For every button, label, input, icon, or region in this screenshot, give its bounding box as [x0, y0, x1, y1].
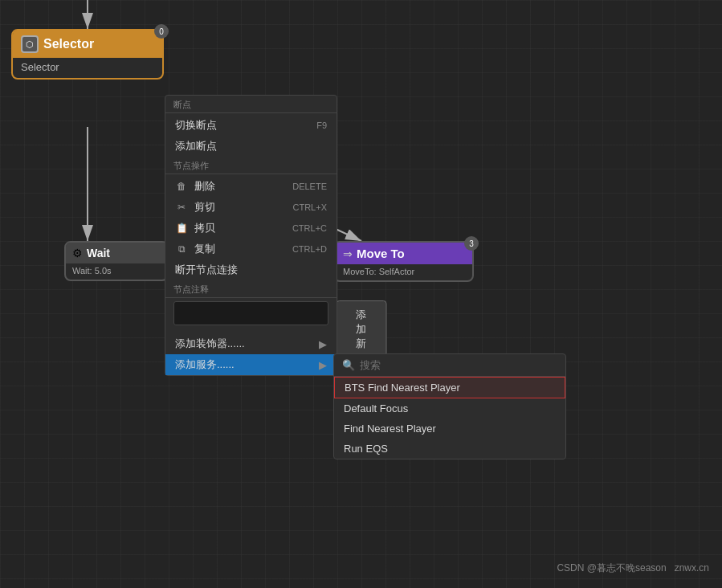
service-item-bts[interactable]: BTS Find Nearest Player	[334, 377, 565, 398]
cut-icon: ✂	[175, 202, 188, 213]
add-service-item[interactable]: 添加服务...... ▶	[165, 354, 337, 375]
toggle-breakpoint-shortcut: F9	[316, 120, 327, 130]
duplicate-item[interactable]: ⧉ 复制 CTRL+D	[165, 239, 337, 259]
section-node-ops: 节点操作	[165, 157, 337, 174]
selector-icon: ⬡	[21, 35, 39, 53]
copy-icon: 📋	[175, 223, 188, 234]
selector-node-header: ⬡ Selector	[13, 31, 162, 58]
service-label-bts: BTS Find Nearest Player	[345, 382, 460, 394]
delete-icon: 🗑	[175, 181, 188, 192]
wait-node-title: Wait	[87, 247, 110, 259]
cut-label: 剪切	[194, 200, 287, 214]
add-decorator-item[interactable]: 添加装饰器...... ▶	[165, 333, 337, 354]
moveto-node[interactable]: ⇒ Move To 3 MoveTo: SelfActor	[333, 241, 474, 282]
section-breakpoint: 断点	[165, 96, 337, 113]
cut-item[interactable]: ✂ 剪切 CTRL+X	[165, 197, 337, 218]
copy-shortcut: CTRL+C	[292, 223, 327, 233]
watermark-text: CSDN @暮志不晚season znwx.cn	[557, 562, 709, 574]
moveto-node-title: Move To	[357, 247, 405, 260]
add-service-label: 添加服务......	[175, 357, 319, 372]
add-service-arrow: ▶	[319, 359, 327, 371]
add-decorator-arrow: ▶	[319, 338, 327, 350]
selector-node[interactable]: ⬡ Selector 0 Selector	[11, 29, 164, 80]
context-menu: 断点 切换断点 F9 添加断点 节点操作 🗑 删除 DELETE ✂ 剪切 CT…	[165, 95, 337, 376]
copy-item[interactable]: 📋 拷贝 CTRL+C	[165, 218, 337, 239]
wait-node-header: ⚙ Wait	[66, 243, 167, 263]
comment-input-box[interactable]	[173, 301, 328, 325]
delete-shortcut: DELETE	[292, 182, 327, 191]
duplicate-shortcut: CTRL+D	[292, 244, 327, 254]
delete-item[interactable]: 🗑 删除 DELETE	[165, 176, 337, 197]
toggle-breakpoint-item[interactable]: 切换断点 F9	[165, 115, 337, 136]
canvas-background	[0, 0, 722, 588]
search-input[interactable]	[360, 359, 557, 371]
copy-label: 拷贝	[194, 221, 286, 235]
disconnect-item[interactable]: 断开节点连接	[165, 259, 337, 280]
add-breakpoint-label: 添加断点	[175, 139, 327, 153]
service-item-run-eqs[interactable]: Run EQS	[334, 439, 565, 459]
moveto-node-subtitle: MoveTo: SelfActor	[335, 264, 472, 280]
selector-node-badge: 0	[154, 24, 169, 39]
moveto-icon: ⇒	[343, 247, 353, 260]
duplicate-icon: ⧉	[175, 243, 188, 255]
delete-label: 删除	[194, 179, 286, 194]
add-decorator-label: 添加装饰器......	[175, 337, 319, 351]
wait-node[interactable]: ⚙ Wait Wait: 5.0s	[64, 241, 169, 281]
cut-shortcut: CTRL+X	[293, 202, 328, 212]
wait-icon: ⚙	[72, 247, 83, 259]
service-item-default-focus[interactable]: Default Focus	[334, 398, 565, 419]
section-comment: 节点注释	[165, 280, 337, 298]
selector-node-title: Selector	[43, 37, 94, 51]
service-item-find-nearest[interactable]: Find Nearest Player	[334, 419, 565, 439]
service-label-run-eqs: Run EQS	[344, 443, 388, 455]
wait-node-subtitle: Wait: 5.0s	[66, 263, 167, 280]
add-breakpoint-item[interactable]: 添加断点	[165, 136, 337, 157]
add-service-submenu: 🔍 BTS Find Nearest Player Default Focus …	[333, 353, 566, 459]
moveto-node-header: ⇒ Move To	[335, 243, 472, 264]
watermark: CSDN @暮志不晚season znwx.cn	[557, 561, 709, 575]
search-icon: 🔍	[342, 359, 355, 371]
moveto-node-badge: 3	[464, 236, 479, 251]
selector-node-subtitle: Selector	[13, 58, 162, 78]
search-row: 🔍	[334, 354, 565, 377]
toggle-breakpoint-label: 切换断点	[175, 118, 316, 133]
duplicate-label: 复制	[194, 242, 286, 256]
service-label-default-focus: Default Focus	[344, 402, 408, 414]
disconnect-label: 断开节点连接	[175, 263, 327, 277]
service-label-find-nearest: Find Nearest Player	[344, 423, 436, 435]
